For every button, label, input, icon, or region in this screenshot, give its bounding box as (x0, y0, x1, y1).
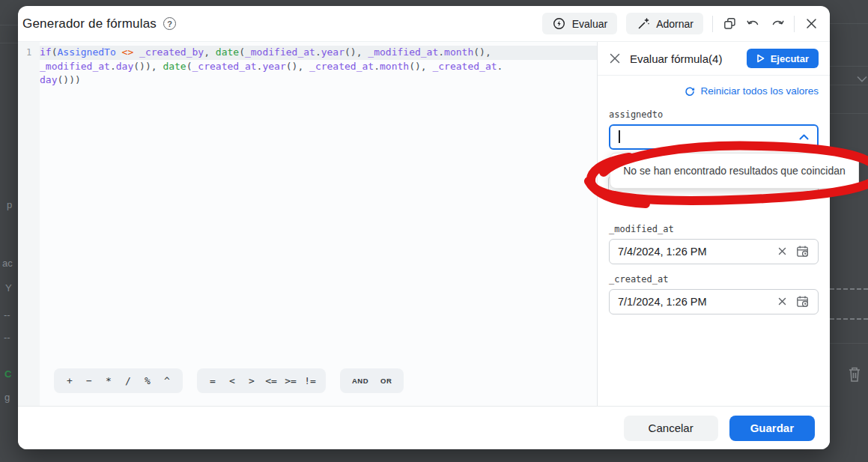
screen: pacY----Cg Generador de fórmulas ? (0, 0, 868, 462)
cancel-button[interactable]: Cancelar (624, 416, 718, 441)
field-label-assignedto: assignedto (609, 109, 819, 120)
trash-icon (846, 365, 863, 386)
copy-icon[interactable] (722, 16, 737, 31)
backdrop-dashed-line (830, 288, 868, 290)
backdrop-line (830, 113, 868, 114)
operator-button[interactable]: < (225, 375, 239, 386)
operator-group: =<><=>=!= (197, 368, 326, 393)
evaluate-panel: Evaluar fórmula(4) Ejecutar (597, 42, 830, 406)
created-at-value: 7/1/2024, 1:26 PM (618, 296, 768, 308)
backdrop-fragment: -- (4, 309, 10, 320)
line-number: 1 (18, 47, 40, 58)
separator (794, 16, 795, 32)
undo-icon[interactable] (746, 16, 761, 31)
backdrop-line (830, 343, 868, 344)
operator-button[interactable]: > (245, 375, 258, 386)
clear-icon[interactable] (778, 297, 786, 306)
clear-icon[interactable] (778, 247, 786, 255)
operator-group: ANDOR (340, 368, 404, 393)
help-icon[interactable]: ? (163, 17, 176, 30)
operator-button[interactable]: = (206, 375, 219, 386)
modified-at-value: 7/4/2024, 1:26 PM (618, 246, 768, 258)
text-caret (619, 130, 620, 143)
evaluate-label: Evaluar (572, 18, 607, 30)
bolt-circle-icon (552, 16, 567, 31)
backdrop-fragment: ac (2, 258, 13, 269)
code-line: _modified_at.day()), date(_created_at.ye… (40, 60, 592, 74)
chevron-up-icon[interactable] (799, 134, 809, 140)
backdrop-line (830, 66, 868, 67)
reset-label: Reiniciar todos los valores (700, 85, 819, 97)
field-label-created-at: _created_at (609, 274, 819, 285)
operator-button[interactable]: OR (377, 377, 395, 385)
operator-button[interactable]: / (121, 375, 135, 386)
backdrop-line (830, 23, 868, 24)
save-button[interactable]: Guardar (729, 416, 815, 441)
no-results-message: No se han encontrado resultados que coin… (623, 165, 846, 177)
magic-wand-icon (636, 16, 651, 31)
close-icon[interactable] (804, 16, 819, 31)
operator-button[interactable]: >= (284, 375, 297, 386)
evaluate-button[interactable]: Evaluar (542, 13, 617, 34)
evaluate-panel-header: Evaluar fórmula(4) Ejecutar (598, 42, 830, 76)
run-button[interactable]: Ejecutar (747, 49, 819, 68)
evaluate-panel-title: Evaluar fórmula(4) (630, 52, 747, 65)
operator-button[interactable]: * (102, 375, 115, 386)
play-icon (756, 54, 765, 63)
dialog-main: 1 if(AssignedTo <> _created_by, date(_mo… (18, 42, 830, 406)
redo-icon[interactable] (770, 16, 785, 31)
calendar-icon[interactable] (796, 295, 810, 308)
operator-button[interactable]: != (303, 375, 317, 386)
backdrop-line (0, 43, 18, 43)
backdrop-line (0, 25, 18, 25)
reset-all-values-link[interactable]: Reiniciar todos los valores (685, 85, 819, 97)
backdrop-fragment: p (7, 199, 12, 210)
assignedto-select-input[interactable] (609, 124, 819, 150)
assignedto-dropdown: No se han encontrado resultados que coin… (610, 153, 859, 189)
operator-button[interactable]: − (82, 375, 96, 386)
chevron-down-icon (857, 72, 867, 85)
refresh-icon (685, 86, 695, 97)
created-at-input[interactable]: 7/1/2024, 1:26 PM (609, 289, 819, 314)
operator-toolbar: +−*/%^=<><=>=!=ANDOR (54, 368, 404, 393)
operator-button[interactable]: AND (349, 377, 371, 385)
code-line: if(AssignedTo <> _created_by, date(_modi… (40, 46, 592, 60)
backdrop-fragment: g (4, 392, 10, 403)
code-line: day())) (40, 73, 592, 88)
panel-close-icon[interactable] (609, 52, 621, 64)
formula-code-editor[interactable]: 1 if(AssignedTo <> _created_by, date(_mo… (18, 42, 597, 406)
dialog-footer: Cancelar Guardar (18, 406, 830, 449)
backdrop-dashed-line (830, 318, 868, 320)
editor-gutter (18, 42, 40, 406)
backdrop-fragment: -- (4, 332, 10, 343)
beautify-button[interactable]: Adornar (626, 13, 703, 34)
title-toolbar: Evaluar Adornar (542, 13, 819, 34)
modified-at-input[interactable]: 7/4/2024, 1:26 PM (609, 239, 819, 264)
run-label: Ejecutar (771, 53, 809, 64)
beautify-label: Adornar (656, 18, 694, 30)
calendar-icon[interactable] (796, 245, 810, 258)
field-label-modified-at: _modified_at (609, 224, 819, 234)
separator (712, 16, 713, 32)
operator-button[interactable]: % (141, 375, 154, 386)
code-lines: if(AssignedTo <> _created_by, date(_modi… (40, 46, 592, 88)
operator-button[interactable]: <= (264, 375, 278, 386)
dialog-title: Generador de fórmulas (22, 16, 157, 31)
operator-button[interactable]: + (63, 375, 76, 386)
backdrop-fragment: Y (5, 282, 12, 294)
formula-builder-dialog: Generador de fórmulas ? Evaluar (18, 6, 830, 449)
operator-button[interactable]: ^ (160, 375, 174, 386)
operator-group: +−*/%^ (54, 368, 183, 393)
title-bar: Generador de fórmulas ? Evaluar (18, 6, 830, 42)
backdrop-fragment: C (4, 368, 11, 380)
